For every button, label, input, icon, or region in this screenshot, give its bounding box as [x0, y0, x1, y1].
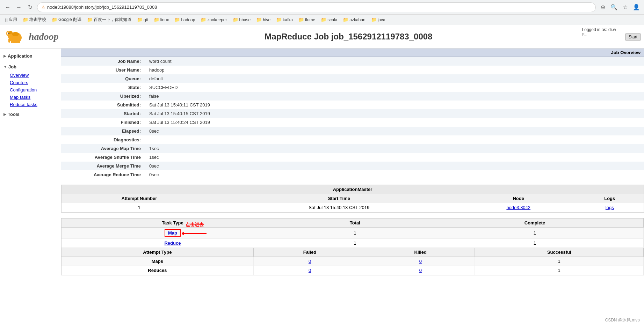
sidebar-item-counters[interactable]: Counters	[7, 79, 61, 86]
am-node-link[interactable]: node3:8042	[506, 205, 530, 210]
job-field-value: 0sec	[145, 162, 644, 170]
svg-rect-3	[11, 39, 13, 43]
attempt-reduces-killed-link[interactable]: 0	[419, 268, 422, 273]
apps-menu[interactable]: ⣿ 应用	[3, 16, 19, 23]
sidebar-application-header[interactable]: ▶ Application	[0, 51, 61, 61]
job-field-row: Queue:default	[61, 74, 644, 83]
am-row: 1 Sat Jul 13 15:40:13 CST 2019 node3:804…	[61, 203, 644, 212]
translate-button[interactable]: ⊕	[599, 3, 607, 12]
job-field-row: Elapsed:8sec	[61, 127, 644, 135]
sidebar-section-job: ▼ Job Overview Counters Configuration Ma…	[0, 62, 61, 108]
bookmark-google-translate[interactable]: 📁 Google 翻译	[50, 16, 84, 23]
attempt-reduces-failed-link[interactable]: 0	[309, 268, 311, 273]
profile-button[interactable]: 👤	[632, 3, 641, 12]
sidebar-tools-header[interactable]: ▶ Tools	[0, 110, 61, 119]
bookmark-zookeeper[interactable]: 📁 zookeeper	[198, 16, 229, 23]
bookmark-label: hbase	[239, 17, 251, 22]
sidebar-item-reduce-tasks[interactable]: Reduce tasks	[7, 101, 61, 108]
bookmark-java[interactable]: 📁 java	[369, 16, 388, 23]
svg-point-7	[8, 31, 13, 34]
folder-icon: 📁	[298, 17, 304, 22]
hadoop-logo: hadoop	[6, 28, 59, 45]
job-field-label: Started:	[61, 109, 145, 118]
bookmark-kafka[interactable]: 📁 kafka	[274, 16, 295, 23]
bookmark-git[interactable]: 📁 git	[135, 16, 150, 23]
bookmark-label: scala	[327, 17, 337, 22]
bookmark-label: linux	[160, 17, 169, 22]
job-overview-table: Job Name:word countUser Name:hadoopQueue…	[61, 57, 644, 179]
sidebar-item-overview[interactable]: Overview	[7, 72, 61, 79]
bookmark-label: hadoop	[181, 17, 195, 22]
bookmark-azkaban[interactable]: 📁 azkaban	[341, 16, 367, 23]
am-section: ApplicationMaster Attempt Number Start T…	[61, 185, 644, 213]
bookmark-label: git	[144, 17, 148, 22]
bookmark-label: java	[378, 17, 385, 22]
bookmark-hbase[interactable]: 📁 hbase	[231, 16, 253, 23]
job-field-label: State:	[61, 83, 145, 92]
job-field-value: 0sec	[145, 170, 644, 179]
job-field-row: Average Merge Time0sec	[61, 162, 644, 170]
attempt-reduces-failed: 0	[253, 266, 366, 275]
bookmark-baidu[interactable]: 📁 百度一下，你就知道	[85, 16, 133, 23]
zoom-button[interactable]: 🔍	[610, 3, 618, 12]
logged-in-info: Logged in as: dr.w P...	[582, 27, 616, 37]
job-field-row: Started:Sat Jul 13 15:40:15 CST 2019	[61, 109, 644, 118]
sidebar-section-tools: ▶ Tools	[0, 110, 61, 119]
bookmarks-bar: ⣿ 应用 📁 培训学校 📁 Google 翻译 📁 百度一下，你就知道 📁 gi…	[0, 15, 644, 25]
bookmark-scala[interactable]: 📁 scala	[319, 16, 339, 23]
bookmark-flume[interactable]: 📁 flume	[296, 16, 317, 23]
job-field-label: Submitted:	[61, 101, 145, 109]
am-start-time: Sat Jul 13 15:40:13 CST 2019	[217, 203, 461, 212]
folder-icon: 📁	[321, 17, 326, 22]
svg-rect-2	[8, 38, 10, 43]
reload-button[interactable]: ↻	[26, 3, 34, 12]
annotation-text: 点击进去	[186, 222, 204, 228]
bookmark-hadoop[interactable]: 📁 hadoop	[172, 16, 197, 23]
tasks-table: Task Type Total Complete 点击进去	[61, 218, 644, 248]
job-field-label: Average Map Time	[61, 144, 145, 153]
sidebar-job-header[interactable]: ▼ Job	[0, 62, 61, 72]
attempt-type-reduces: Reduces	[61, 266, 253, 275]
bookmark-label: azkaban	[349, 17, 365, 22]
sidebar: ▶ Application ▼ Job Overview Counters Co…	[0, 49, 61, 326]
attempt-col-failed: Failed	[253, 248, 366, 257]
sidebar-tools-label: Tools	[8, 112, 20, 117]
map-link[interactable]: Map	[165, 229, 181, 237]
job-field-label: Queue:	[61, 74, 145, 83]
job-field-label: Average Reduce Time	[61, 170, 145, 179]
bookmark-peixunxuexiao[interactable]: 📁 培训学校	[21, 16, 48, 23]
job-field-row: Average Shuffle Time1sec	[61, 153, 644, 162]
attempt-maps-successful: 1	[475, 257, 644, 266]
start-button[interactable]: Start	[625, 34, 641, 40]
attempt-col-killed: Killed	[366, 248, 475, 257]
attempt-maps-killed-link[interactable]: 0	[419, 259, 422, 264]
watermark: CSDN @沐风.mvp	[605, 317, 640, 323]
security-icon: ⚠	[42, 5, 45, 9]
job-field-row: State:SUCCEEDED	[61, 83, 644, 92]
sidebar-item-configuration[interactable]: Configuration	[7, 86, 61, 94]
task-type-reduce: Reduce	[61, 239, 284, 248]
reduce-link[interactable]: Reduce	[164, 240, 181, 246]
bookmark-label: kafka	[283, 17, 293, 22]
am-node: node3:8042	[461, 203, 576, 212]
folder-icon: 📁	[256, 17, 262, 22]
folder-icon: 📁	[154, 17, 159, 22]
bookmark-linux[interactable]: 📁 linux	[152, 16, 171, 23]
attempt-col-type: Attempt Type	[61, 248, 253, 257]
attempt-col-successful: Successful	[475, 248, 644, 257]
sidebar-job-links: Overview Counters Configuration Map task…	[0, 72, 61, 108]
bookmark-label: Google 翻译	[58, 17, 81, 23]
am-logs-link[interactable]: logs	[606, 205, 614, 210]
task-col-total: Total	[284, 218, 426, 228]
sidebar-item-map-tasks[interactable]: Map tasks	[7, 94, 61, 101]
address-bar[interactable]: ⚠ node3:19888/jobhistory/job/job_1562912…	[37, 2, 596, 12]
svg-point-8	[12, 32, 19, 36]
bookmark-hive[interactable]: 📁 hive	[254, 16, 273, 23]
attempt-maps-failed-link[interactable]: 0	[309, 259, 311, 264]
forward-button[interactable]: →	[15, 3, 23, 12]
bookmark-button[interactable]: ☆	[621, 3, 629, 12]
back-button[interactable]: ←	[3, 3, 12, 12]
annotation-arrow-svg	[182, 231, 210, 238]
am-title: ApplicationMaster	[61, 185, 644, 194]
job-field-value: 8sec	[145, 127, 644, 135]
